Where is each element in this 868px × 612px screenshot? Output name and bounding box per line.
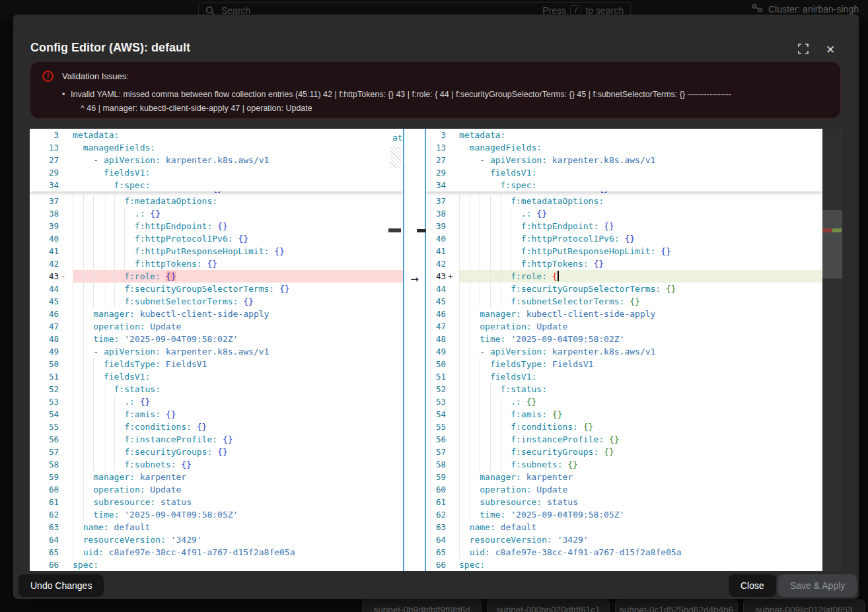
code-line[interactable]: 54f:amis: {} [426, 408, 822, 421]
code-line[interactable]: 43+f:role: { [426, 270, 822, 283]
code-line[interactable]: 65uid: c8afe97e-38cc-4f91-a767-d15f2a8fe… [30, 546, 403, 559]
code-line[interactable]: 53.: {} [426, 395, 822, 408]
code-line[interactable]: 48time: '2025-09-04T09:58:02Z' [30, 333, 403, 345]
sticky-code-line[interactable]: 3metadata: [426, 129, 822, 141]
code-line[interactable]: 39f:httpEndpoint: {} [30, 220, 403, 232]
code-line[interactable]: 65uid: c8afe97e-38cc-4f91-a767-d15f2a8fe… [426, 546, 822, 559]
code-line[interactable]: 57f:securityGroups: {} [30, 446, 403, 458]
code-line[interactable]: 39f:httpEndpoint: {} [426, 220, 822, 232]
code-line[interactable]: 37f:metadataOptions: [426, 195, 822, 207]
code-line[interactable]: 60operation: Update [426, 483, 822, 496]
code-content: f:httpEndpoint: {} [73, 220, 403, 232]
code-line[interactable]: 49- apiVersion: karpenter.k8s.aws/v1 [30, 345, 403, 358]
code-line[interactable]: 53.: {} [30, 395, 403, 408]
code-line[interactable]: 50fieldsType: FieldsV1 [426, 358, 822, 370]
indent-guide [83, 308, 84, 320]
code-line[interactable]: 44f:securityGroupSelectorTerms: {} [30, 283, 403, 295]
sticky-code-line[interactable]: 27- apiVersion: karpenter.k8s.aws/v1 [426, 154, 822, 166]
code-line[interactable]: 61subresource: status [30, 496, 403, 508]
modified-editor-pane[interactable]: {}37f:metadataOptions:38.: {}39f:httpEnd… [426, 129, 822, 571]
indent-guide [501, 446, 501, 458]
code-text: fieldsV1: [104, 370, 150, 383]
code-line[interactable]: 55f:conditions: {} [426, 421, 822, 433]
sticky-code-line[interactable]: 34f:spec: [30, 179, 403, 191]
code-line[interactable]: 42f:httpTokens: {} [30, 257, 403, 270]
code-content: f:subnetSelectorTerms: {} [459, 295, 822, 308]
code-line[interactable]: 47operation: Update [30, 320, 403, 333]
indent-guide [459, 320, 460, 333]
code-line[interactable]: 66spec: [426, 559, 822, 571]
sticky-scroll-header: 3metadata:13managedFields:27- apiVersion… [30, 129, 403, 191]
indent-guide [73, 508, 73, 521]
code-line[interactable]: 56f:instanceProfile: {} [426, 433, 822, 446]
code-line[interactable]: 57f:securityGroups: {} [426, 446, 822, 458]
undo-changes-button[interactable]: Undo Changes [18, 574, 104, 597]
code-line[interactable]: 66spec: [30, 559, 403, 571]
code-line[interactable]: 61subresource: status [426, 496, 822, 508]
code-line[interactable]: 51fieldsV1: [30, 370, 403, 383]
code-content: f:role: {} [73, 270, 403, 283]
code-line[interactable]: 52f:status: [426, 383, 822, 395]
code-content: f:amis: {} [459, 408, 822, 421]
code-line[interactable]: 62time: '2025-09-04T09:58:05Z' [30, 508, 403, 521]
code-line[interactable]: 40f:httpProtocolIPv6: {} [30, 232, 403, 245]
code-line[interactable]: 56f:instanceProfile: {} [30, 433, 403, 446]
indent-guide [83, 232, 84, 245]
code-line[interactable]: 37f:metadataOptions: [30, 195, 403, 207]
code-line[interactable]: 38.: {} [30, 207, 403, 220]
code-line[interactable]: 54f:amis: {} [30, 408, 403, 421]
sticky-code-line[interactable]: 13managedFields: [426, 141, 822, 154]
code-content: fieldsV1: [73, 370, 403, 383]
indent-guide [73, 496, 73, 508]
code-line[interactable]: 40f:httpProtocolIPv6: {} [426, 232, 822, 245]
code-line[interactable]: 41f:httpPutResponseHopLimit: {} [426, 245, 822, 257]
code-line[interactable]: 59manager: karpenter [426, 471, 822, 483]
viewport-indicator[interactable] [822, 210, 842, 279]
indent-guide [73, 383, 73, 395]
expand-button[interactable] [796, 42, 811, 57]
sticky-code-line[interactable]: 34f:spec: [426, 179, 822, 191]
indent-guide [490, 458, 491, 471]
code-line[interactable]: 50fieldsType: FieldsV1 [30, 358, 403, 370]
sticky-code-line[interactable]: 3metadata: [30, 129, 403, 141]
code-line[interactable]: 42f:httpTokens: {} [426, 257, 822, 270]
code-line[interactable]: 46manager: kubectl-client-side-apply [30, 308, 403, 320]
sticky-code-line[interactable]: 29fieldsV1: [426, 166, 822, 179]
code-line[interactable]: 46manager: kubectl-client-side-apply [426, 308, 822, 320]
code-line[interactable]: 52f:status: [30, 383, 403, 395]
indent-guide [114, 433, 115, 446]
sticky-code-line[interactable]: 29fieldsV1: [30, 166, 403, 179]
code-line[interactable]: 47operation: Update [426, 320, 822, 333]
code-line[interactable]: 44f:securityGroupSelectorTerms: {} [426, 283, 822, 295]
original-editor-pane[interactable]: {}37f:metadataOptions:38.: {}39f:httpEnd… [30, 129, 403, 571]
line-number: 37 [426, 195, 446, 207]
save-apply-button[interactable]: Save & Apply [778, 574, 857, 597]
code-line[interactable]: 45f:subnetSelectorTerms: {} [30, 295, 403, 308]
indent-guide [490, 245, 491, 257]
indent-guide [480, 383, 480, 395]
code-line[interactable]: 64resourceVersion: '3429' [426, 533, 822, 546]
close-button[interactable]: ✕ [823, 42, 838, 57]
code-line[interactable]: 48time: '2025-09-04T09:58:02Z' [426, 333, 822, 345]
revert-change-arrow-icon[interactable]: → [404, 273, 425, 286]
code-line[interactable]: 58f:subnets: {} [426, 458, 822, 471]
code-line[interactable]: 60operation: Update [30, 483, 403, 496]
code-line[interactable]: 51fieldsV1: [426, 370, 822, 383]
code-line[interactable]: 49- apiVersion: karpenter.k8s.aws/v1 [426, 345, 822, 358]
code-line[interactable]: 38.: {} [426, 207, 822, 220]
close-footer-button[interactable]: Close [729, 574, 776, 597]
sticky-code-line[interactable]: 13managedFields: [30, 141, 403, 154]
sticky-code-line[interactable]: 27- apiVersion: karpenter.k8s.aws/v1 [30, 154, 403, 166]
code-line[interactable]: 45f:subnetSelectorTerms: {} [426, 295, 822, 308]
code-line[interactable]: 63name: default [426, 521, 822, 533]
code-line[interactable]: 55f:conditions: {} [30, 421, 403, 433]
code-line[interactable]: 43-f:role: {} [30, 270, 403, 283]
indent-guide [83, 496, 84, 508]
code-line[interactable]: 58f:subnets: {} [30, 458, 403, 471]
code-line[interactable]: 64resourceVersion: '3429' [30, 533, 403, 546]
code-line[interactable]: 59manager: karpenter [30, 471, 403, 483]
code-line[interactable]: 41f:httpPutResponseHopLimit: {} [30, 245, 403, 257]
code-line[interactable]: 62time: '2025-09-04T09:58:05Z' [426, 508, 822, 521]
line-number: 56 [30, 433, 59, 446]
code-line[interactable]: 63name: default [30, 521, 403, 533]
